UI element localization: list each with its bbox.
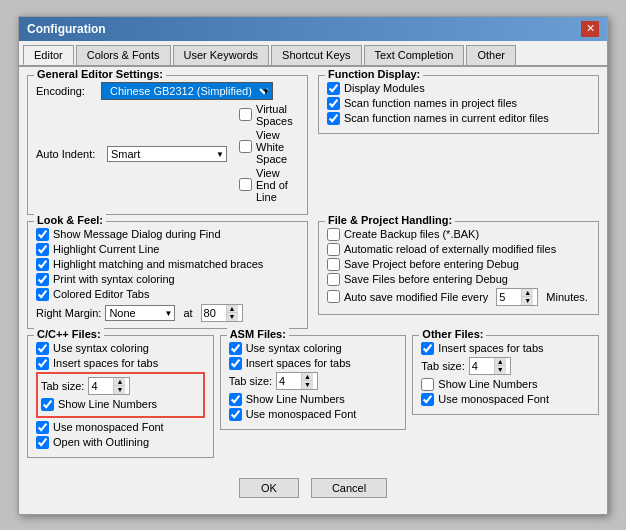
view-end-of-line-label: View End of Line [256,167,299,203]
view-white-space-row: View White Space [239,129,299,165]
show-msg-dialog-checkbox[interactable] [36,228,49,241]
encoding-select[interactable]: Chinese GB2312 (Simplified) [101,82,273,100]
minutes-label: Minutes. [546,291,588,303]
cpp-monospaced-checkbox[interactable] [36,421,49,434]
asm-tab-size-label: Tab size: [229,375,272,387]
cpp-spaces-tabs-checkbox[interactable] [36,357,49,370]
create-backup-checkbox[interactable] [327,228,340,241]
other-spaces-tabs-row: Insert spaces for tabs [421,342,590,355]
asm-tab-size-input[interactable] [277,375,301,387]
at-spin-down[interactable]: ▼ [227,313,238,321]
asm-title: ASM Files: [227,328,289,340]
tab-colors-fonts[interactable]: Colors & Fonts [76,45,171,65]
show-msg-dialog-label: Show Message Dialog during Find [53,228,221,240]
asm-show-line-numbers-label: Show Line Numbers [246,393,345,405]
encoding-select-wrapper: Chinese GB2312 (Simplified) [101,82,273,100]
display-modules-checkbox[interactable] [327,82,340,95]
view-end-of-line-checkbox[interactable] [239,178,252,191]
save-project-debug-row: Save Project before entering Debug [327,258,590,271]
other-tab-size-input[interactable] [470,360,494,372]
highlight-braces-checkbox[interactable] [36,258,49,271]
bottom-row: C/C++ Files: Use syntax coloring Insert … [27,335,599,464]
other-tab-spin-up[interactable]: ▲ [495,358,506,367]
at-label: at [183,307,192,319]
print-syntax-label: Print with syntax coloring [53,273,175,285]
tab-other[interactable]: Other [466,45,516,65]
cpp-tab-size-input[interactable] [89,380,113,392]
asm-tab-spin-up[interactable]: ▲ [302,373,313,382]
ok-button[interactable]: OK [239,478,299,498]
asm-show-line-numbers-checkbox[interactable] [229,393,242,406]
tab-shortcut-keys[interactable]: Shortcut Keys [271,45,361,65]
cpp-tab-size-arrows: ▲ ▼ [113,378,125,394]
right-margin-select[interactable]: None [105,305,175,321]
middle-row: Look & Feel: Show Message Dialog during … [27,221,599,335]
save-project-debug-checkbox[interactable] [327,258,340,271]
colored-tabs-checkbox[interactable] [36,288,49,301]
auto-save-checkbox[interactable] [327,290,340,303]
cpp-spaces-tabs-row: Insert spaces for tabs [36,357,205,370]
close-button[interactable]: ✕ [581,21,599,37]
cpp-section-wrapper: C/C++ Files: Use syntax coloring Insert … [27,335,214,464]
cpp-syntax-row: Use syntax coloring [36,342,205,355]
virtual-spaces-row: Virtual Spaces [239,103,299,127]
right-margin-select-wrapper: None [105,305,175,321]
auto-save-spin-up[interactable]: ▲ [522,289,533,298]
cpp-show-line-numbers-checkbox[interactable] [41,398,54,411]
auto-indent-row: Auto Indent: Smart Virtual Spaces [36,103,299,205]
scan-editor-checkbox[interactable] [327,112,340,125]
asm-spaces-tabs-label: Insert spaces for tabs [246,357,351,369]
auto-save-input[interactable] [497,291,521,303]
highlight-current-line-checkbox[interactable] [36,243,49,256]
auto-reload-checkbox[interactable] [327,243,340,256]
print-syntax-checkbox[interactable] [36,273,49,286]
function-display-section: Function Display: Display Modules Scan f… [318,75,599,134]
view-white-space-label: View White Space [256,129,299,165]
asm-tab-spin-down[interactable]: ▼ [302,381,313,389]
at-spin-up[interactable]: ▲ [227,305,238,314]
highlight-braces-row: Highlight matching and mismatched braces [36,258,299,271]
right-checkboxes: Virtual Spaces View White Space View End… [239,103,299,205]
virtual-spaces-checkbox[interactable] [239,108,252,121]
other-tab-spin-down[interactable]: ▼ [495,366,506,374]
asm-syntax-checkbox[interactable] [229,342,242,355]
other-show-line-numbers-checkbox[interactable] [421,378,434,391]
cpp-tab-spin-up[interactable]: ▲ [114,378,125,387]
cpp-tab-spin-down[interactable]: ▼ [114,386,125,394]
save-files-debug-checkbox[interactable] [327,273,340,286]
asm-section-wrapper: ASM Files: Use syntax coloring Insert sp… [220,335,407,464]
general-editor-section: General Editor Settings: Encoding: Chine… [27,75,308,215]
cpp-monospaced-label: Use monospaced Font [53,421,164,433]
encoding-label: Encoding: [36,85,101,97]
other-show-line-numbers-label: Show Line Numbers [438,378,537,390]
other-tab-size-label: Tab size: [421,360,464,372]
other-tab-size-row: Tab size: ▲ ▼ [421,357,590,375]
cpp-outlining-checkbox[interactable] [36,436,49,449]
auto-indent-select[interactable]: Smart [107,146,227,162]
auto-save-row: Auto save modified File every ▲ ▼ Minute… [327,288,590,306]
asm-spaces-tabs-checkbox[interactable] [229,357,242,370]
tab-user-keywords[interactable]: User Keywords [173,45,270,65]
general-section-title: General Editor Settings: [34,68,166,80]
save-files-debug-label: Save Files before entering Debug [344,273,508,285]
other-spaces-tabs-checkbox[interactable] [421,342,434,355]
asm-section: ASM Files: Use syntax coloring Insert sp… [220,335,407,430]
asm-tab-size-spinbox: ▲ ▼ [276,372,318,390]
asm-monospaced-checkbox[interactable] [229,408,242,421]
auto-save-arrows: ▲ ▼ [521,289,533,305]
auto-save-spin-down[interactable]: ▼ [522,297,533,305]
cancel-button[interactable]: Cancel [311,478,387,498]
cpp-tab-size-label: Tab size: [41,380,84,392]
auto-indent-label: Auto Indent: [36,148,101,160]
other-monospaced-checkbox[interactable] [421,393,434,406]
other-monospaced-row: Use monospaced Font [421,393,590,406]
asm-monospaced-label: Use monospaced Font [246,408,357,420]
cpp-syntax-checkbox[interactable] [36,342,49,355]
at-value-input[interactable] [202,307,226,319]
save-project-debug-label: Save Project before entering Debug [344,258,519,270]
view-white-space-checkbox[interactable] [239,140,252,153]
scan-project-checkbox[interactable] [327,97,340,110]
tab-text-completion[interactable]: Text Completion [364,45,465,65]
tab-editor[interactable]: Editor [23,45,74,65]
function-display-section-wrapper: Function Display: Display Modules Scan f… [318,75,599,221]
